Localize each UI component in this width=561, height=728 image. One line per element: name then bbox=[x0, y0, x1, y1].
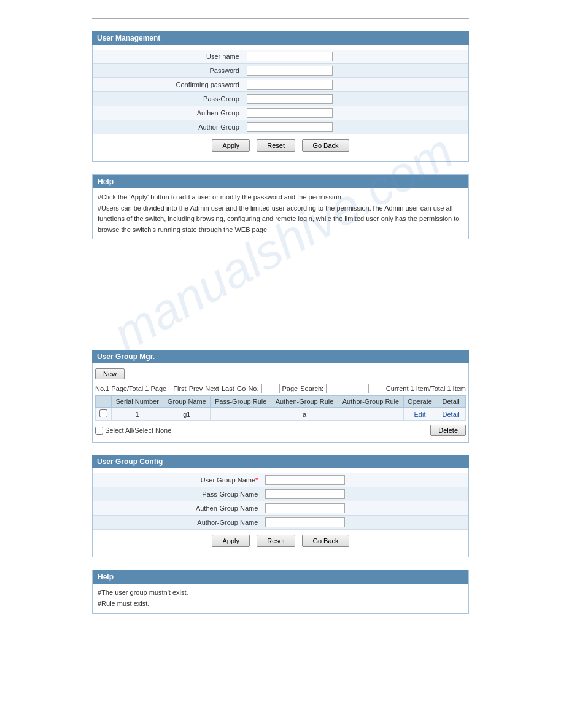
ug-name-input-cell bbox=[261, 473, 468, 487]
user-group-config-header: User Group Config bbox=[92, 455, 469, 468]
help-section-2: Help #The user group mustn't exist. #Rul… bbox=[92, 570, 469, 613]
page-number-input[interactable] bbox=[261, 384, 280, 393]
ug-authen-group-row: Authen-Group Name bbox=[93, 501, 468, 516]
confirm-password-input[interactable] bbox=[247, 80, 333, 90]
user-group-config-buttons: Apply Reset Go Back bbox=[93, 530, 468, 552]
user-management-body: User name Password Confirming password bbox=[92, 45, 469, 162]
authen-group-label: Authen-Group bbox=[93, 106, 243, 120]
first-label: First bbox=[173, 385, 186, 392]
username-input[interactable] bbox=[247, 52, 333, 61]
page-label: Page bbox=[282, 385, 298, 392]
ug-authen-group-input-cell bbox=[261, 501, 468, 516]
ug-pass-group-input[interactable] bbox=[265, 489, 345, 499]
col-detail: Detail bbox=[436, 396, 466, 408]
row-detail: Detail bbox=[436, 408, 466, 421]
col-checkbox bbox=[96, 396, 112, 408]
config-go-back-button[interactable]: Go Back bbox=[302, 535, 349, 547]
confirm-password-label: Confirming password bbox=[93, 78, 243, 92]
user-management-header: User Management bbox=[92, 31, 469, 45]
help-body-2: #The user group mustn't exist. #Rule mus… bbox=[93, 584, 468, 613]
author-group-input[interactable] bbox=[247, 122, 333, 132]
password-label: Password bbox=[93, 64, 243, 78]
select-all-checkbox[interactable] bbox=[95, 427, 103, 435]
detail-link[interactable]: Detail bbox=[443, 411, 460, 418]
ug-author-group-input[interactable] bbox=[265, 517, 345, 527]
user-group-table: Serial Number Group Name Pass-Group Rule… bbox=[95, 395, 466, 421]
table-header-row: Serial Number Group Name Pass-Group Rule… bbox=[96, 396, 466, 408]
user-management-form: User name Password Confirming password bbox=[93, 50, 468, 134]
row-operate: Edit bbox=[403, 408, 436, 421]
top-divider bbox=[92, 18, 469, 19]
help-header-2: Help bbox=[93, 570, 468, 584]
pagination-row: No.1 Page/Total 1 Page First Prev Next L… bbox=[95, 382, 466, 395]
pass-group-label: Pass-Group bbox=[93, 92, 243, 106]
ug-name-input[interactable] bbox=[265, 475, 345, 485]
delete-btn-row: Delete bbox=[171, 423, 466, 438]
help-panel-2: Help #The user group mustn't exist. #Rul… bbox=[92, 570, 469, 613]
password-input-cell bbox=[243, 64, 468, 78]
prev-label: Prev bbox=[189, 385, 203, 392]
row-checkbox[interactable] bbox=[99, 409, 107, 417]
ug-name-row: User Group Name* bbox=[93, 473, 468, 487]
authen-group-input-cell bbox=[243, 106, 468, 120]
user-management-buttons: Apply Reset Go Back bbox=[93, 134, 468, 157]
delete-button[interactable]: Delete bbox=[430, 425, 466, 436]
user-group-config-form: User Group Name* Pass-Group Name Authen-… bbox=[93, 473, 468, 530]
row-author-group-rule bbox=[338, 408, 404, 421]
row-serial: 1 bbox=[112, 408, 163, 421]
current-info: Current 1 Item/Total 1 Item bbox=[386, 385, 466, 392]
reset-button[interactable]: Reset bbox=[257, 139, 295, 152]
help-line-1: #Click the 'Apply' button to add a user … bbox=[98, 192, 463, 203]
password-row: Password bbox=[93, 64, 468, 78]
edit-link[interactable]: Edit bbox=[414, 411, 426, 418]
user-group-config-section: User Group Config User Group Name* Pass-… bbox=[92, 455, 469, 557]
author-group-row: Author-Group bbox=[93, 120, 468, 134]
help-line-2: #Users can be divided into the Admin use… bbox=[98, 203, 463, 236]
new-button-row: New bbox=[95, 366, 466, 382]
user-group-mgr-header: User Group Mgr. bbox=[92, 350, 469, 363]
config-apply-button[interactable]: Apply bbox=[212, 535, 250, 547]
spacer-1 bbox=[0, 252, 561, 350]
user-group-mgr-section: User Group Mgr. New No.1 Page/Total 1 Pa… bbox=[92, 350, 469, 443]
go-label: Go bbox=[237, 385, 246, 392]
pass-group-input-cell bbox=[243, 92, 468, 106]
new-button[interactable]: New bbox=[95, 368, 125, 379]
row-authen-group-rule: a bbox=[271, 408, 338, 421]
authen-group-input[interactable] bbox=[247, 108, 333, 118]
ug-authen-group-input[interactable] bbox=[265, 503, 345, 513]
last-label: Last bbox=[222, 385, 234, 392]
config-reset-button[interactable]: Reset bbox=[257, 535, 295, 547]
confirm-password-row: Confirming password bbox=[93, 78, 468, 92]
page-info: No.1 Page/Total 1 Page bbox=[95, 385, 166, 392]
ug-authen-group-label: Authen-Group Name bbox=[93, 501, 261, 516]
go-back-button[interactable]: Go Back bbox=[302, 139, 349, 152]
user-group-mgr-body: New No.1 Page/Total 1 Page First Prev Ne… bbox=[92, 363, 469, 443]
help2-line-1: #The user group mustn't exist. bbox=[98, 587, 463, 598]
author-group-label: Author-Group bbox=[93, 120, 243, 134]
apply-button[interactable]: Apply bbox=[212, 139, 250, 152]
help-section-1: Help #Click the 'Apply' button to add a … bbox=[92, 174, 469, 239]
col-serial: Serial Number bbox=[112, 396, 163, 408]
pass-group-input[interactable] bbox=[247, 94, 333, 104]
ug-name-label: User Group Name* bbox=[93, 473, 261, 487]
next-label: Next bbox=[205, 385, 219, 392]
row-pass-group-rule bbox=[211, 408, 271, 421]
ug-pass-group-label: Pass-Group Name bbox=[93, 487, 261, 501]
select-all-row: Select All/Select None Delete bbox=[95, 421, 466, 440]
ug-author-group-label: Author-Group Name bbox=[93, 516, 261, 530]
ug-author-group-input-cell bbox=[261, 516, 468, 530]
help-body-1: #Click the 'Apply' button to add a user … bbox=[93, 188, 468, 239]
search-input[interactable] bbox=[326, 384, 369, 393]
help-header-1: Help bbox=[93, 175, 468, 188]
select-all-label: Select All/Select None bbox=[105, 427, 171, 434]
password-input[interactable] bbox=[247, 66, 333, 76]
required-star: * bbox=[255, 476, 258, 484]
col-authen-group-rule: Authen-Group Rule bbox=[271, 396, 338, 408]
help2-line-2: #Rule must exist. bbox=[98, 598, 463, 610]
row-checkbox-cell bbox=[96, 408, 112, 421]
author-group-input-cell bbox=[243, 120, 468, 134]
col-operate: Operate bbox=[403, 396, 436, 408]
username-row: User name bbox=[93, 50, 468, 64]
table-row: 1 g1 a Edit Detail bbox=[96, 408, 466, 421]
confirm-password-input-cell bbox=[243, 78, 468, 92]
